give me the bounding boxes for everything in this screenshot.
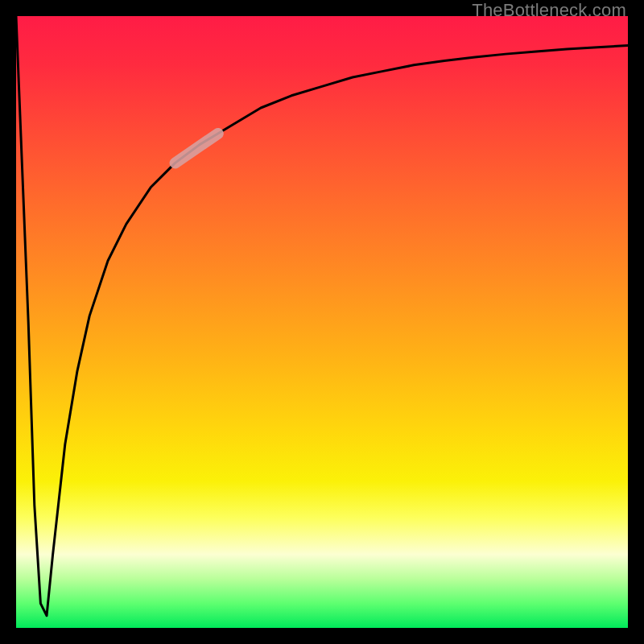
curve-svg xyxy=(16,16,628,628)
bottleneck-curve-path xyxy=(16,16,628,616)
chart-frame: TheBottleneck.com xyxy=(0,0,644,644)
watermark-text: TheBottleneck.com xyxy=(472,0,626,21)
curve-highlight-segment xyxy=(175,134,218,163)
plot-area xyxy=(16,16,628,628)
